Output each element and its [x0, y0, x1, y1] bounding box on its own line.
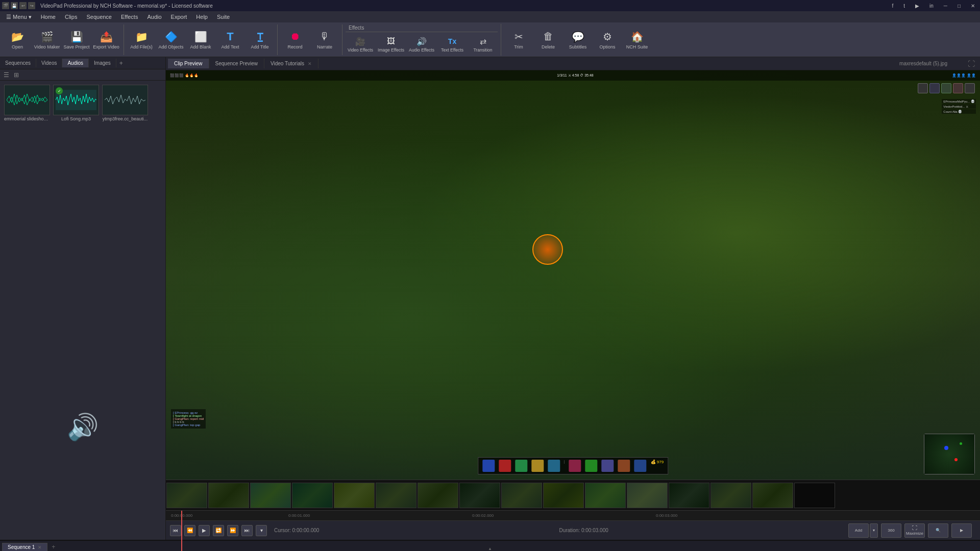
- open-label: Open: [12, 45, 23, 50]
- add-files-label: Add File(s): [130, 45, 153, 50]
- check-icon: ✓: [56, 87, 63, 94]
- nch-suite-btn[interactable]: 🏠 NCH Suite: [623, 26, 651, 54]
- strip-thumb-12: [627, 483, 668, 508]
- quick-access-icon2[interactable]: ↩: [19, 2, 27, 9]
- loop-btn[interactable]: 🔁: [213, 525, 224, 536]
- media-item-3[interactable]: ytmp3free.cc_beauti...: [102, 85, 148, 121]
- video-tutorials-tab[interactable]: Video Tutorials ✕: [264, 59, 318, 68]
- text-effects-btn[interactable]: Tx Text Effects: [437, 33, 467, 56]
- audios-tab[interactable]: Audios: [62, 59, 89, 67]
- menu-suite[interactable]: Suite: [213, 13, 234, 21]
- save-project-btn[interactable]: 💾 Save Project: [62, 26, 91, 54]
- images-tab[interactable]: Images: [89, 59, 116, 67]
- export-video-label: Export Video: [93, 45, 119, 50]
- twitter-link[interactable]: t: [900, 3, 908, 9]
- menu-effects[interactable]: Effects: [117, 13, 142, 21]
- maximize-label: Maximize: [906, 531, 923, 536]
- video-effects-btn[interactable]: 🎥 Video Effects: [346, 33, 375, 56]
- add-objects-btn[interactable]: 🔷 Add Objects: [157, 26, 185, 54]
- step-back-btn[interactable]: ⏪: [184, 525, 195, 536]
- text-effects-icon: Tx: [447, 36, 458, 47]
- options-icon: ⚙: [600, 30, 615, 44]
- play-btn[interactable]: ▶: [199, 525, 210, 536]
- skip-end-btn[interactable]: ⏭: [241, 525, 253, 536]
- skip-start-btn[interactable]: ⏮: [170, 525, 181, 536]
- speed-btn[interactable]: ▾: [256, 525, 267, 536]
- videos-tab[interactable]: Videos: [36, 59, 62, 67]
- sequences-tab[interactable]: Sequences: [0, 59, 36, 67]
- panel-grid-icon[interactable]: ⊞: [12, 71, 20, 79]
- clip-timeline-ruler[interactable]: 0:00:00.000 0:00:01.000 0:00:02.000 0:00…: [166, 510, 980, 520]
- add-sequence-btn[interactable]: +: [48, 542, 58, 552]
- step-fwd-btn[interactable]: ⏩: [227, 525, 238, 536]
- search-btn[interactable]: 🔍: [928, 523, 948, 538]
- image-effects-btn[interactable]: 🖼 Image Effects: [376, 33, 406, 56]
- export-video-icon: 📤: [99, 30, 113, 44]
- add-title-label: Add Title: [251, 45, 268, 50]
- preview-expand-btn[interactable]: ⛶: [968, 60, 975, 68]
- add-dropdown-btn[interactable]: ▾: [870, 523, 878, 538]
- menu-export[interactable]: Export: [167, 13, 191, 21]
- menu-audio[interactable]: Audio: [143, 13, 165, 21]
- delete-btn[interactable]: 🗑 Delete: [534, 26, 562, 54]
- menu-clips[interactable]: Clips: [61, 13, 81, 21]
- timeline-strip-inner: [166, 480, 980, 510]
- sequence-1-tab[interactable]: Sequence 1 ✕: [2, 543, 47, 551]
- 360-label: 360: [888, 528, 894, 533]
- strip-thumb-7: [418, 483, 458, 508]
- quick-access-icon1[interactable]: 💾: [11, 2, 18, 9]
- menu-home[interactable]: Home: [37, 13, 60, 21]
- trim-btn[interactable]: ✂ Trim: [504, 26, 533, 54]
- add-files-btn[interactable]: 📁 Add File(s): [127, 26, 156, 54]
- maximize-btn[interactable]: ⛶ Maximize: [904, 523, 925, 538]
- li-link[interactable]: in: [926, 3, 937, 9]
- add-text-btn[interactable]: T Add Text: [216, 26, 244, 54]
- score-icon-2: [499, 460, 511, 472]
- add-title-btn[interactable]: T̲ Add Title: [246, 26, 274, 54]
- effects-row: 🎥 Video Effects 🖼 Image Effects 🔊 Audio …: [346, 33, 498, 56]
- scroll-indicator: ▲: [488, 546, 492, 551]
- panel-list-icon[interactable]: ☰: [2, 71, 10, 79]
- transition-btn[interactable]: ⇄ Transition: [468, 33, 498, 56]
- score-icon-6: [569, 460, 581, 472]
- video-tutorials-close[interactable]: ✕: [308, 61, 312, 66]
- panel-toolbar: ☰ ⊞: [0, 69, 165, 81]
- menu-help[interactable]: Help: [192, 13, 212, 21]
- clip-preview-tab[interactable]: Clip Preview: [168, 59, 209, 68]
- yt-link[interactable]: ▶: [912, 3, 922, 9]
- effects-toolbar-group: Effects 🎥 Video Effects 🖼 Image Effects …: [346, 24, 501, 56]
- scroll-right-btn[interactable]: ▶: [951, 523, 972, 538]
- image-effects-icon: 🖼: [385, 36, 397, 47]
- seq-tab-close[interactable]: ✕: [38, 545, 42, 550]
- game-hud-top: ⬛⬛⬛ 🔥🔥🔥 1/3/11 ⚔ 4:58 ⏱ 35:48 👤👤👤 👤👤: [166, 70, 980, 81]
- score-icon-8: [602, 460, 614, 472]
- export-video-btn[interactable]: 📤 Export Video: [92, 26, 120, 54]
- subtitles-btn[interactable]: 💬 Subtitles: [564, 26, 592, 54]
- menu-menu[interactable]: ☰ Menu ▾: [2, 13, 36, 21]
- minimize-btn[interactable]: ─: [941, 3, 950, 9]
- maximize-btn[interactable]: □: [954, 3, 964, 9]
- video-maker-btn[interactable]: 🎬 Video Maker: [33, 26, 61, 54]
- quick-access-icon3[interactable]: ↪: [28, 2, 35, 9]
- spell-effects: [532, 234, 573, 275]
- sequence-preview-tab[interactable]: Sequence Preview: [209, 59, 264, 68]
- record-btn[interactable]: ⏺ Record: [281, 26, 309, 54]
- champ-icon-3: [941, 83, 951, 93]
- close-btn[interactable]: ✕: [968, 3, 978, 9]
- menu-sequence[interactable]: Sequence: [82, 13, 116, 21]
- media-item-1[interactable]: emmoerial slideshow ...: [4, 85, 50, 121]
- audio-effects-btn[interactable]: 🔊 Audio Effects: [407, 33, 436, 56]
- duration-info: Duration: 0:00:03.000: [559, 528, 608, 533]
- score-icon-7: [585, 460, 598, 472]
- game-preview: ⬛⬛⬛ 🔥🔥🔥 1/3/11 ⚔ 4:58 ⏱ 35:48 👤👤👤 👤👤: [166, 70, 980, 480]
- fb-link[interactable]: f: [889, 3, 897, 9]
- open-btn[interactable]: 📂 Open: [3, 26, 32, 54]
- add-clip-btn[interactable]: Add: [848, 523, 869, 538]
- 360-btn[interactable]: 360: [881, 523, 901, 538]
- narrate-btn[interactable]: 🎙 Narrate: [310, 26, 339, 54]
- media-thumb-3: [102, 85, 148, 115]
- media-item-2[interactable]: ✓ Lofi Song.mp3: [53, 85, 99, 121]
- add-blank-btn[interactable]: ⬜ Add Blank: [186, 26, 215, 54]
- options-btn[interactable]: ⚙ Options: [593, 26, 622, 54]
- add-panel-tab-btn[interactable]: +: [116, 58, 126, 68]
